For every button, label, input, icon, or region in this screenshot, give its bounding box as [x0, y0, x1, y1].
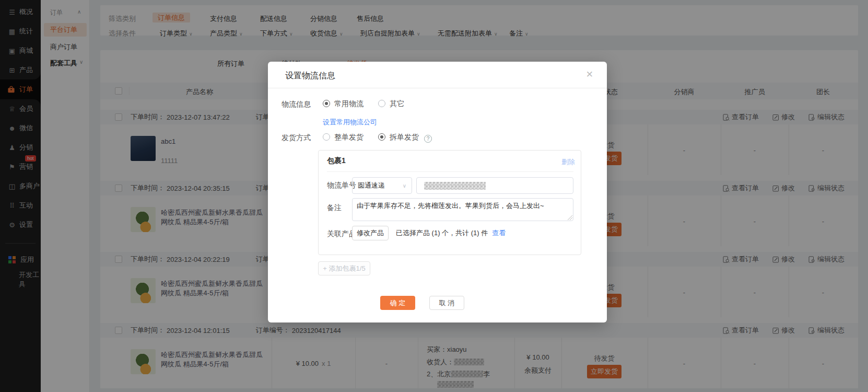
remark-textarea[interactable]: 由于苹果库存不足，先将榴莲发出。苹果到货后，会马上发出~ [352, 198, 573, 221]
delivery-radio-group: 整单发货拆单发货? [323, 133, 432, 143]
tracking-number-input[interactable] [416, 177, 573, 194]
cancel-button[interactable]: 取 消 [429, 296, 464, 310]
delivery-method-label: 发货方式 [281, 133, 311, 143]
chevron-down-icon: ∨ [403, 183, 406, 189]
package-divider [327, 171, 573, 172]
modify-product-button[interactable]: 修改产品 [352, 226, 389, 240]
modal-title: 设置物流信息 [285, 71, 335, 82]
courier-selected-value: 圆通速递 [358, 181, 385, 190]
modal-header-divider [268, 88, 607, 88]
package-box: 包裹1 删除 物流单号 圆通速递 ∨ 备注 由于苹果库存不足，先将榴莲发出。苹果… [318, 150, 581, 255]
question-icon[interactable]: ? [424, 135, 432, 143]
redacted-tracking-number [424, 182, 486, 190]
courier-select[interactable]: 圆通速递 ∨ [352, 177, 412, 194]
radio-whole-shipment[interactable] [323, 133, 330, 141]
remark-label: 备注 [327, 203, 342, 213]
radio-other-logistics[interactable] [378, 100, 385, 107]
close-icon[interactable]: ✕ [586, 69, 593, 80]
radio-common-logistics[interactable] [323, 100, 330, 107]
package-title: 包裹1 [327, 156, 346, 166]
add-package-button[interactable]: + 添加包裹1/5 [318, 261, 370, 275]
delete-package-link[interactable]: 删除 [561, 157, 575, 167]
app-root: ☰ 概况 ▦ 统计 ▣ 商城 ⊞ 产品 订单 ♕ 会员 ☻ 微信 [0, 0, 868, 392]
logistics-info-label: 物流信息 [281, 100, 311, 109]
logistics-modal: 设置物流信息 ✕ 物流信息 常用物流其它 设置常用物流公司 发货方式 整单发货拆… [268, 62, 607, 322]
radio-split-shipment[interactable] [378, 133, 385, 141]
view-selected-link[interactable]: 查看 [492, 228, 506, 238]
related-product-row: 修改产品 已选择产品 (1) 个，共计 (1) 件 查看 [352, 226, 506, 240]
set-common-logistics-link[interactable]: 设置常用物流公司 [323, 118, 377, 127]
logistics-radio-group: 常用物流其它 [323, 99, 409, 109]
selected-product-summary: 已选择产品 (1) 个，共计 (1) 件 [396, 228, 488, 238]
confirm-button[interactable]: 确 定 [380, 296, 415, 310]
